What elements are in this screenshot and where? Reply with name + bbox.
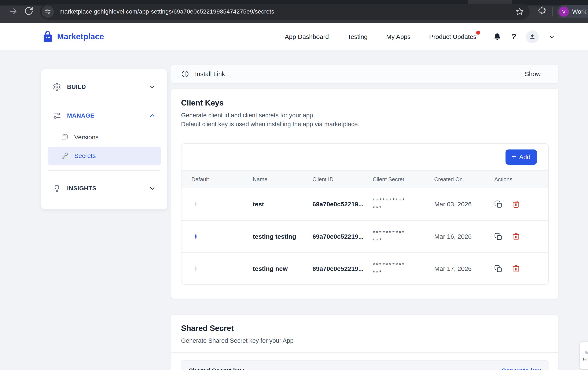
client-keys-table-container: + Add Default Name Client ID Client Secr…	[181, 143, 549, 285]
settings-sidebar: BUILD MANAGE Versions Secrets INSIGHTS	[41, 69, 167, 209]
shared-secret-description: Generate Shared Secret key for your App	[181, 336, 549, 345]
secret-mask-line2: ***	[373, 205, 383, 211]
browser-reload-button[interactable]	[24, 6, 33, 16]
plus-icon: +	[512, 153, 516, 161]
profile-avatar: V	[559, 7, 569, 17]
chevron-down-icon	[149, 83, 156, 91]
generate-key-link[interactable]: Generate key	[501, 367, 541, 370]
client-id: 69a70e0c52219...	[312, 201, 373, 208]
recaptcha-badge: Priv	[580, 342, 588, 369]
account-chevron-down-icon[interactable]	[548, 33, 555, 40]
copy-icon[interactable]	[494, 265, 502, 273]
created-on-date: Mar 03, 2026	[434, 201, 494, 208]
default-radio[interactable]	[195, 202, 197, 206]
sidebar-item-secrets[interactable]: Secrets	[48, 147, 161, 165]
browser-forward-button[interactable]	[9, 6, 18, 16]
sidebar-divider	[48, 100, 160, 100]
bookmark-star-icon[interactable]	[515, 7, 524, 16]
extensions-icon[interactable]	[537, 6, 546, 16]
created-on-date: Mar 17, 2026	[434, 265, 494, 272]
copy-icon[interactable]	[494, 200, 502, 208]
marketplace-logo[interactable]: Marketplace	[42, 31, 104, 43]
created-on-date: Mar 16, 2026	[434, 233, 494, 240]
chevron-up-icon	[149, 112, 156, 119]
sidebar-item-label: Versions	[74, 134, 99, 141]
client-id: 69a70e0c52219...	[312, 265, 373, 272]
table-row: test 69a70e0c52219... ************* Mar …	[181, 188, 548, 220]
add-button-label: Add	[519, 154, 530, 161]
table-row: testing testing 69a70e0c52219... *******…	[181, 220, 548, 252]
client-secret-masked: *************	[373, 197, 434, 212]
site-settings-icon[interactable]	[42, 6, 54, 18]
description-line-2: Default client key is used when installi…	[181, 121, 359, 127]
key-name: test	[253, 201, 312, 208]
sidebar-divider	[48, 170, 160, 171]
sidebar-section-build[interactable]: BUILD	[47, 78, 161, 96]
key-name: testing new	[253, 265, 312, 272]
nav-testing[interactable]: Testing	[347, 33, 368, 40]
address-bar[interactable]: marketplace.gohighlevel.com/app-settings…	[40, 4, 530, 20]
secret-mask-line1: **********	[373, 262, 405, 268]
sidebar-section-label: BUILD	[67, 83, 86, 90]
show-install-link-button[interactable]: Show	[525, 70, 541, 78]
client-id: 69a70e0c52219...	[312, 233, 373, 240]
delete-trash-icon[interactable]	[512, 265, 520, 273]
gear-icon	[53, 83, 61, 91]
bell-icon[interactable]	[493, 32, 502, 41]
shared-secret-title: Shared Secret	[181, 324, 549, 333]
user-avatar[interactable]	[526, 31, 539, 43]
recaptcha-privacy-label: Priv	[583, 357, 588, 361]
column-header-actions: Actions	[494, 176, 548, 183]
chevron-down-icon	[149, 185, 156, 192]
shared-secret-card: Shared Secret Generate Shared Secret key…	[171, 315, 558, 370]
notification-dot	[476, 31, 480, 35]
table-header-row: Default Name Client ID Client Secret Cre…	[181, 170, 548, 188]
card-divider	[171, 352, 558, 353]
delete-trash-icon[interactable]	[512, 233, 520, 241]
column-header-default: Default	[191, 176, 253, 183]
key-icon	[61, 152, 69, 160]
nav-product-updates-label: Product Updates	[429, 33, 476, 40]
nav-my-apps[interactable]: My Apps	[386, 33, 410, 40]
column-header-name: Name	[253, 176, 312, 183]
url-text[interactable]: marketplace.gohighlevel.com/app-settings…	[59, 8, 274, 15]
browser-profile-chip[interactable]: V Work	[557, 5, 588, 18]
client-keys-description: Generate client id and client secrets fo…	[181, 111, 549, 129]
install-link-label: Install Link	[195, 70, 225, 78]
secret-mask-line1: **********	[373, 197, 405, 204]
default-radio[interactable]	[195, 234, 197, 239]
secret-mask-line2: ***	[373, 269, 383, 276]
key-name: testing testing	[253, 233, 312, 240]
column-header-client-id: Client ID	[312, 176, 373, 183]
column-header-created-on: Created On	[434, 176, 494, 183]
delete-trash-icon[interactable]	[512, 200, 520, 208]
nav-product-updates[interactable]: Product Updates	[429, 33, 476, 40]
toolbar-separator	[552, 7, 553, 16]
table-toolbar: + Add	[181, 144, 548, 170]
secret-mask-line1: **********	[373, 230, 405, 236]
shared-secret-key-box: Shared Secret key Generate key	[181, 360, 549, 370]
sidebar-item-versions[interactable]: Versions	[48, 128, 161, 146]
sidebar-section-label: MANAGE	[67, 112, 94, 119]
nav-app-dashboard[interactable]: App Dashboard	[285, 33, 329, 40]
sidebar-section-insights[interactable]: INSIGHTS	[47, 179, 161, 197]
sidebar-section-label: INSIGHTS	[67, 185, 96, 192]
table-row: testing new 69a70e0c52219... ***********…	[181, 252, 548, 285]
client-keys-card: Client Keys Generate client id and clien…	[171, 89, 558, 299]
add-client-key-button[interactable]: + Add	[505, 149, 537, 165]
secret-mask-line2: ***	[373, 237, 383, 244]
description-line-1: Generate client id and client secrets fo…	[181, 112, 313, 119]
copy-icon[interactable]	[494, 233, 502, 241]
browser-toolbar: marketplace.gohighlevel.com/app-settings…	[0, 0, 588, 23]
sidebar-item-label: Secrets	[74, 152, 96, 159]
sliders-icon	[53, 112, 61, 120]
help-icon[interactable]: ?	[511, 32, 516, 41]
recaptcha-icon	[583, 344, 588, 355]
default-radio[interactable]	[195, 266, 197, 271]
client-keys-title: Client Keys	[181, 99, 549, 107]
sidebar-section-manage[interactable]: MANAGE	[47, 107, 161, 125]
install-link-banner: Install Link Show	[171, 65, 558, 83]
client-secret-masked: *************	[373, 261, 434, 276]
versions-icon	[61, 133, 69, 141]
profile-label: Work	[572, 8, 586, 15]
